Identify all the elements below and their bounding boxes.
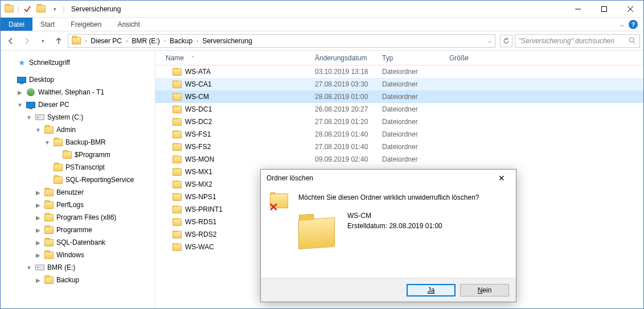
chevron-right-icon[interactable]: › — [124, 38, 129, 44]
file-row[interactable]: WS-MON09.09.2019 02:40Dateiordner — [155, 153, 643, 166]
nav-up-button[interactable] — [52, 34, 65, 48]
file-row[interactable]: WS-CM28.08.2019 01:00Dateiordner — [155, 90, 643, 103]
folder-icon — [44, 225, 54, 234]
col-name[interactable]: Name⌃ — [161, 54, 310, 62]
tree-item[interactable]: ▼System (C:) — [4, 111, 155, 123]
col-type[interactable]: Typ — [378, 54, 445, 62]
dialog-item-name: WS-CM — [347, 211, 442, 221]
close-button[interactable] — [617, 1, 643, 18]
chevron-down-icon[interactable]: ▼ — [44, 139, 51, 146]
chevron-down-icon[interactable]: ▼ — [26, 114, 32, 121]
cell-date: 26.08.2019 20:27 — [310, 105, 378, 113]
chevron-right-icon[interactable]: ▶ — [17, 89, 23, 96]
search-icon — [629, 37, 636, 44]
nav-forward-button[interactable] — [20, 34, 34, 48]
nav-tree[interactable]: ▶★Schnellzugriff▶Desktop▶Walther, Stepha… — [1, 51, 155, 308]
chevron-right-icon[interactable]: › — [195, 38, 200, 44]
chevron-right-icon[interactable]: ▶ — [35, 202, 42, 208]
nav-back-button[interactable] — [4, 34, 18, 48]
ribbon-tab-share[interactable]: Freigeben — [63, 18, 109, 31]
qat-properties-icon[interactable] — [21, 3, 34, 15]
chevron-right-icon[interactable]: ▶ — [35, 240, 42, 246]
ribbon-tab-start[interactable]: Start — [32, 18, 63, 31]
tree-item[interactable]: ▶Desktop — [4, 73, 155, 86]
tree-item[interactable]: ▶★Schnellzugriff — [4, 56, 155, 69]
dialog-question: Möchten Sie diesen Ordner wirklich unwid… — [298, 193, 507, 201]
qat-newfolder-icon[interactable] — [35, 3, 47, 15]
search-input[interactable]: "Serversicherung" durchsuchen — [515, 34, 640, 48]
tree-item[interactable]: ▶Walther, Stephan - T1 — [4, 86, 155, 98]
folder-icon — [173, 93, 182, 101]
help-icon[interactable]: ? — [629, 20, 638, 29]
chevron-right-icon[interactable]: › — [83, 38, 88, 44]
cell-date: 27.08.2019 03:30 — [310, 80, 378, 88]
chevron-down-icon[interactable]: ▼ — [17, 102, 23, 108]
tree-item-label: Dieser PC — [38, 101, 69, 109]
tree-item-label: $Programm — [75, 151, 110, 159]
tree-item-label: Walther, Stephan - T1 — [38, 88, 104, 96]
tree-item[interactable]: ▶SQL-Datenbank — [4, 236, 155, 249]
breadcrumb-item[interactable]: Dieser PC — [88, 35, 124, 47]
folder-icon — [173, 143, 182, 151]
folder-icon — [54, 163, 63, 172]
breadcrumb-item[interactable]: Serversicherung — [200, 35, 254, 47]
file-row[interactable]: WS-DC227.08.2019 01:20Dateiordner — [155, 116, 643, 128]
tree-item[interactable]: ▶Backup — [4, 274, 155, 286]
cell-name: WS-FS2 — [168, 143, 310, 151]
cell-name: WS-CM — [168, 93, 310, 101]
chevron-right-icon[interactable]: ▶ — [35, 277, 42, 283]
file-row[interactable]: WS-CA127.08.2019 03:30Dateiordner — [155, 78, 643, 90]
file-row[interactable]: WS-FS128.08.2019 01:40Dateiordner — [155, 128, 643, 141]
refresh-button[interactable] — [500, 35, 512, 47]
delete-folder-dialog: Ordner löschen ✕ ✕ Möchten Sie diesen Or… — [260, 169, 516, 302]
cell-date: 27.08.2019 01:40 — [310, 143, 378, 151]
ribbon-tab-view[interactable]: Ansicht — [109, 18, 147, 31]
tree-item[interactable]: ▶PSTranscript — [4, 161, 155, 174]
tree-item[interactable]: ▶Program Files (x86) — [4, 211, 155, 224]
breadcrumb-item[interactable]: Backup — [167, 35, 195, 47]
chevron-right-icon[interactable]: ▶ — [35, 189, 42, 196]
chevron-down-icon[interactable]: ▼ — [35, 127, 42, 133]
tree-item[interactable]: ▼BMR (E:) — [4, 261, 155, 274]
dialog-yes-button[interactable]: Ja — [407, 284, 456, 296]
minimize-button[interactable] — [565, 1, 591, 18]
folder-icon — [173, 106, 182, 113]
folder-icon — [173, 244, 182, 251]
file-row[interactable]: WS-FS227.08.2019 01:40Dateiordner — [155, 141, 643, 153]
cell-type: Dateiordner — [378, 93, 445, 101]
chevron-right-icon[interactable]: ▶ — [35, 227, 42, 233]
tree-item[interactable]: ▶PerfLogs — [4, 199, 155, 211]
file-row[interactable]: WS-ATA03.10.2019 13:18Dateiordner — [155, 65, 643, 78]
address-dropdown-icon[interactable]: ⌵ — [488, 38, 491, 44]
pc-icon — [26, 100, 35, 109]
cell-date: 28.08.2019 01:00 — [310, 93, 378, 101]
col-size[interactable]: Größe — [445, 54, 490, 62]
maximize-button[interactable] — [591, 1, 617, 18]
tree-item[interactable]: ▼Admin — [4, 123, 155, 136]
breadcrumb-item[interactable]: BMR (E:) — [129, 35, 162, 47]
ribbon-tab-file[interactable]: Datei — [1, 18, 32, 31]
breadcrumb-root-icon[interactable] — [69, 35, 83, 47]
dialog-no-button[interactable]: Nein — [460, 284, 509, 296]
chevron-right-icon[interactable]: › — [162, 38, 167, 44]
tree-item[interactable]: ▶Programme — [4, 224, 155, 236]
nav-history-dropdown[interactable]: ▾ — [36, 34, 50, 48]
chevron-right-icon[interactable]: ▶ — [35, 215, 42, 221]
tree-item[interactable]: ▶Windows — [4, 249, 155, 261]
folder-icon — [44, 213, 54, 222]
tree-item[interactable]: ▶Benutzer — [4, 186, 155, 199]
col-date[interactable]: Änderungsdatum — [310, 54, 378, 62]
dialog-close-button[interactable]: ✕ — [493, 174, 510, 183]
tree-item[interactable]: ▼Backup-BMR — [4, 136, 155, 149]
large-folder-icon — [298, 208, 339, 263]
ribbon-expand-icon[interactable]: ⌵ — [620, 20, 624, 28]
file-row[interactable]: WS-DC126.08.2019 20:27Dateiordner — [155, 103, 643, 116]
tree-item[interactable]: ▶$Programm — [4, 149, 155, 161]
chevron-right-icon[interactable]: ▶ — [35, 252, 42, 258]
tree-item[interactable]: ▶SQL-ReportingService — [4, 174, 155, 186]
qat-dropdown-icon[interactable]: ▾ — [48, 3, 61, 15]
address-bar[interactable]: › Dieser PC›BMR (E:)›Backup›Serversicher… — [68, 34, 495, 48]
svg-rect-1 — [602, 6, 607, 11]
chevron-down-icon[interactable]: ▼ — [26, 265, 32, 271]
tree-item[interactable]: ▼Dieser PC — [4, 98, 155, 111]
